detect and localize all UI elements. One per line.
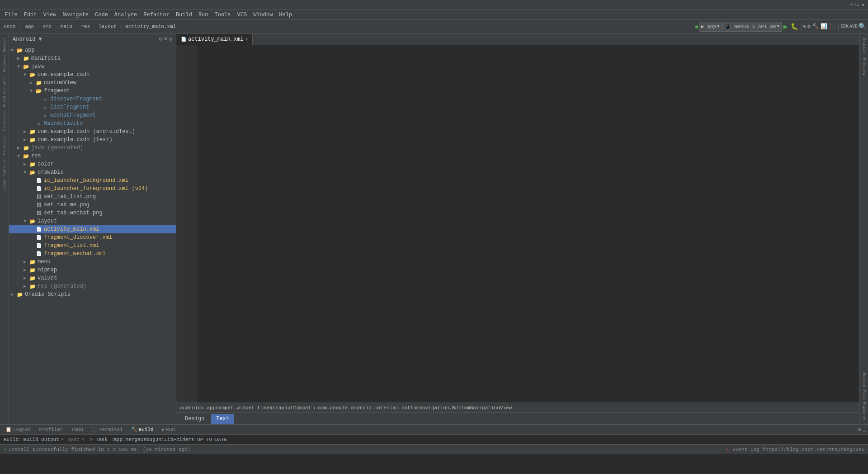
tree-arrow: ▼ xyxy=(11,48,16,53)
tree-item[interactable]: ▼📂res xyxy=(9,152,176,160)
preview-panel-btn[interactable]: Preview xyxy=(861,55,867,78)
tree-item[interactable]: ▶📁customView xyxy=(9,79,176,87)
tree-item[interactable]: ▶📁menu xyxy=(9,258,176,266)
menu-item-refactor[interactable]: Refactor xyxy=(141,11,172,19)
layout-captures-btn[interactable]: Layout Captures xyxy=(2,157,6,194)
android-dropdown[interactable]: Android ▼ xyxy=(13,36,42,43)
tree-item-label: fragment_list.xml xyxy=(44,242,99,249)
tree-item[interactable]: ☕MainActivity xyxy=(9,119,176,128)
favorites-btn[interactable]: Favorites xyxy=(2,133,6,156)
tree-item[interactable]: 📄fragment_wechat.xml xyxy=(9,250,176,258)
tree-item[interactable]: 📄fragment_discover.xml xyxy=(9,233,176,242)
menu-item-code[interactable]: Code xyxy=(92,11,111,19)
run-icon: ▶ xyxy=(162,427,165,432)
debug-btn[interactable]: 🐛 xyxy=(790,23,799,30)
tree-item-icon: ☕ xyxy=(42,112,49,119)
menu-item-analyze[interactable]: Analyze xyxy=(112,11,140,19)
sdk-manager-btn[interactable]: SDK xyxy=(840,24,849,29)
device-file-explorer-btn[interactable]: Device File Explorer xyxy=(861,370,867,424)
sync-project-btn[interactable]: ⚙ xyxy=(159,36,162,43)
tree-item[interactable]: ▶📁java (generated) xyxy=(9,144,176,152)
tree-item-label: set_tab_wechat.png xyxy=(44,210,103,216)
tree-item-icon: 📄 xyxy=(35,177,42,184)
stop-btn[interactable]: ⬛ xyxy=(829,23,836,30)
tree-item[interactable]: ▶📁color xyxy=(9,160,176,168)
menu-item-run[interactable]: Run xyxy=(196,11,211,19)
profiler-tab[interactable]: Profiler xyxy=(36,426,67,433)
breadcrumb-item-2[interactable]: com.google.android.material.bottomnaviga… xyxy=(318,405,512,411)
tree-arrow: ▶ xyxy=(11,292,16,297)
run-back-btn[interactable]: ◀ xyxy=(694,23,698,30)
tree-item[interactable]: 📄fragment_list.xml xyxy=(9,242,176,250)
build-variants-btn[interactable]: Build Variants xyxy=(2,75,6,109)
tree-item[interactable]: ▼📂layout xyxy=(9,217,176,225)
menu-item-navigate[interactable]: Navigate xyxy=(60,11,91,19)
resource-manager-btn[interactable]: Resource Manager xyxy=(2,35,6,74)
close-btn[interactable]: ✕ xyxy=(861,2,864,8)
collapse-all-btn[interactable]: ≡ xyxy=(164,36,167,43)
design-tab-text[interactable]: Text xyxy=(211,414,234,424)
tree-item[interactable]: ☕listFragment xyxy=(9,103,176,111)
device-dropdown[interactable]: 📱 Nexus 5 API 30▼ xyxy=(722,22,781,32)
editor-tab-activity-main[interactable]: 📄 activity_main.xml ✕ xyxy=(176,34,253,45)
tree-item[interactable]: ▼📂drawable xyxy=(9,168,176,176)
tree-item[interactable]: ▶📁res (generated) xyxy=(9,282,176,290)
run-btn[interactable]: ▶ xyxy=(783,22,789,31)
tree-item-icon: ☕ xyxy=(35,120,42,127)
tree-item[interactable]: 📄activity_main.xml xyxy=(9,225,176,233)
breadcrumb-item-1[interactable]: androidx.appcompat.widget.LinearLayoutCo… xyxy=(180,405,311,411)
project-name: csdn xyxy=(2,24,17,29)
code-content[interactable] xyxy=(197,45,859,403)
menu-item-file[interactable]: File xyxy=(2,11,20,19)
tree-item-label: Gradle Scripts xyxy=(25,291,71,298)
tree-item[interactable]: 📄ic_launcher_foreground.xml (v24) xyxy=(9,185,176,193)
tree-item[interactable]: ▼📂com.example.csdn xyxy=(9,71,176,79)
tree-item[interactable]: 🖼set_tab_list.png xyxy=(9,193,176,201)
toolbar-src: src xyxy=(42,24,53,29)
minimize-tool-btn[interactable]: _ xyxy=(863,427,866,433)
menu-item-window[interactable]: Window xyxy=(250,11,275,19)
logcat-tab[interactable]: 📋 Logcat xyxy=(2,426,35,433)
maximize-btn[interactable]: □ xyxy=(856,2,859,8)
event-log-label[interactable]: Event Log xyxy=(732,447,759,452)
sync-btn[interactable]: ↻ xyxy=(803,23,807,30)
tab-close-btn[interactable]: ✕ xyxy=(245,37,248,42)
tree-item[interactable]: ▶📁com.example.csdn (test) xyxy=(9,136,176,144)
todo-tab[interactable]: TODO xyxy=(67,426,86,433)
terminal-tab[interactable]: ⬛ Terminal xyxy=(88,426,127,433)
tree-item[interactable]: ▶📁Gradle Scripts xyxy=(9,290,176,299)
menu-item-build[interactable]: Build xyxy=(173,11,195,19)
tree-item[interactable]: ▼📂java xyxy=(9,62,176,71)
tree-item[interactable]: ▶📁values xyxy=(9,274,176,282)
gradle-panel-btn[interactable]: Gradle xyxy=(861,35,867,55)
tree-item[interactable]: ▼📂app xyxy=(9,46,176,54)
tree-item[interactable]: ▶📁com.example.csdn (androidTest) xyxy=(9,128,176,136)
tree-item[interactable]: 🖼set_tab_wechat.png xyxy=(9,209,176,217)
search-everywhere-btn[interactable]: 🔍 xyxy=(859,23,866,30)
tree-item-icon: 🖼 xyxy=(35,209,42,217)
tree-item[interactable]: ☕wechatFragment xyxy=(9,111,176,119)
build-tab[interactable]: 🔨 Build xyxy=(127,426,157,433)
design-tab-design[interactable]: Design xyxy=(180,414,209,424)
menu-item-edit[interactable]: Edit xyxy=(21,11,40,19)
project-settings-btn[interactable]: ⚙ xyxy=(169,36,172,43)
tree-item[interactable]: ☕discoverFragment xyxy=(9,95,176,103)
menu-item-view[interactable]: View xyxy=(41,11,59,19)
structure-btn[interactable]: Structure xyxy=(2,109,6,133)
tree-item[interactable]: ▶📁manifests xyxy=(9,54,176,62)
gradle-sync-btn[interactable]: ⚙ xyxy=(807,23,811,30)
menu-item-tools[interactable]: Tools xyxy=(212,11,234,19)
tree-item[interactable]: ▼📂fragment xyxy=(9,87,176,95)
menu-item-help[interactable]: Help xyxy=(276,11,295,19)
menu-item-vcs[interactable]: VCS xyxy=(235,11,250,19)
build-settings-btn[interactable]: ⚙ xyxy=(858,426,861,433)
run-tab[interactable]: ▶ Run xyxy=(158,426,179,433)
tree-item[interactable]: 🖼set_tab_me.png xyxy=(9,201,176,209)
build-btn[interactable]: 🔨 xyxy=(811,23,819,30)
profile-btn[interactable]: 📊 xyxy=(820,23,828,30)
run-config-dropdown[interactable]: ▶ app▼ xyxy=(699,22,722,32)
tree-item[interactable]: 📄ic_launcher_background.xml xyxy=(9,176,176,185)
avd-manager-btn[interactable]: AVD xyxy=(849,24,858,29)
tree-item[interactable]: ▶📁mipmap xyxy=(9,266,176,274)
minimize-btn[interactable]: ─ xyxy=(850,2,853,8)
